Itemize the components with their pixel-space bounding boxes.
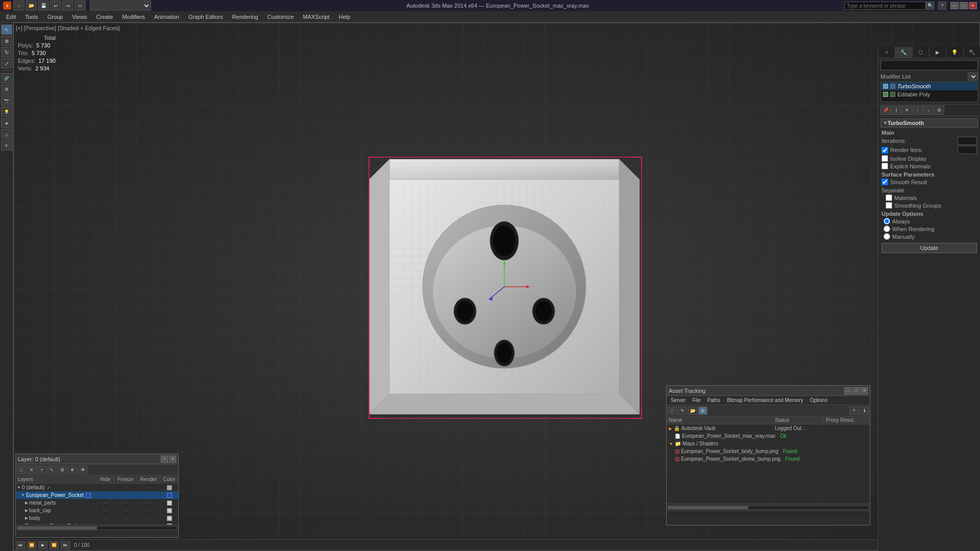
asset-title-bar[interactable]: Asset Tracking — □ ✕ [667, 386, 870, 396]
layer-settings-btn[interactable]: ⚙ [58, 466, 67, 474]
new-btn[interactable]: □ [13, 1, 24, 11]
light-tool[interactable]: 💡 [1, 107, 12, 117]
pin-stack-btn[interactable]: 📌 [880, 106, 891, 115]
manually-radio[interactable] [884, 233, 890, 240]
asset-row-maps[interactable]: ▼ 📁 Maps / Shaders [667, 440, 870, 447]
modifier-turbosmooth[interactable]: TurboSmooth [881, 82, 977, 90]
asset-menu-server[interactable]: Server [668, 396, 689, 404]
undo-btn[interactable]: ↩ [50, 1, 61, 11]
asset-menu-options[interactable]: Options [807, 396, 830, 404]
move-tool[interactable]: ⊕ [1, 36, 12, 46]
asset-tool-3[interactable]: 📂 [688, 407, 697, 415]
menu-rendering[interactable]: Rendering [228, 13, 262, 21]
time-controls[interactable]: ⏮ [16, 541, 25, 549]
new-layer-btn[interactable]: □ [17, 466, 26, 474]
asset-minimize-btn[interactable]: — [844, 387, 851, 394]
smooth-result-checkbox[interactable] [881, 179, 888, 185]
maximize-btn[interactable]: □ [960, 2, 968, 9]
help-icon[interactable]: ? [938, 2, 946, 10]
link-tool[interactable]: 🔗 [1, 73, 12, 83]
update-button[interactable]: Update [881, 243, 977, 253]
camera-tool[interactable]: 📷 [1, 95, 12, 106]
move-down-btn[interactable]: ↓ [923, 106, 934, 115]
render-iters-checkbox[interactable] [881, 147, 888, 154]
show-result-btn[interactable]: | [891, 106, 901, 115]
layers-help-btn[interactable]: ? [161, 456, 168, 463]
unlink-tool[interactable]: ⛓ [1, 84, 12, 94]
workspace-dropdown[interactable]: Workspace: Default [90, 1, 151, 11]
isoline-checkbox[interactable] [881, 155, 888, 162]
asset-row-maxfile[interactable]: 📄 European_Power_Socket_max_vray.max Ok [667, 432, 870, 440]
materials-checkbox[interactable] [886, 194, 892, 201]
hold-btn[interactable]: H [75, 1, 86, 11]
asset-row-body-bump[interactable]: 🖼 European_Power_Socket_body_bump.png Fo… [667, 447, 870, 455]
asset-tool-4[interactable]: ⊞ [698, 407, 707, 415]
freeze-all-btn[interactable]: ❄ [68, 466, 77, 474]
menu-graph-editors[interactable]: Graph Editors [184, 13, 227, 21]
open-btn[interactable]: 📂 [26, 1, 37, 11]
asset-menu-file[interactable]: File [689, 396, 703, 404]
delete-layer-btn[interactable]: ✕ [27, 466, 36, 474]
menu-edit[interactable]: Edit [2, 13, 20, 21]
minimize-btn[interactable]: — [950, 2, 959, 9]
layers-close-btn[interactable]: ✕ [169, 456, 176, 463]
move-up-btn[interactable]: ↑ [913, 106, 923, 115]
asset-info-btn[interactable]: ℹ [860, 407, 869, 415]
layer-row-eps[interactable]: ▼ European_Power_Socket — — — [16, 491, 178, 499]
menu-group[interactable]: Group [43, 13, 67, 21]
object-name-input[interactable]: body [880, 60, 978, 70]
modify-tab[interactable]: 🔧 [895, 47, 912, 58]
redo-btn[interactable]: ↪ [62, 1, 74, 11]
modifier-list-dropdown[interactable]: ▼ [968, 72, 978, 81]
end-frame[interactable]: ⏭ [61, 541, 70, 549]
save-btn[interactable]: 💾 [38, 1, 49, 11]
modifier-editable-poly[interactable]: Editable Poly [881, 90, 977, 98]
geometry-tool[interactable]: ◈ [1, 118, 12, 128]
layers-hscrollbar[interactable] [16, 524, 178, 531]
scale-tool[interactable]: ⤢ [1, 58, 12, 68]
create-tab[interactable]: + [878, 47, 895, 58]
asset-row-vault[interactable]: ▶ 🔒 Autodesk Vault Logged Out ... [667, 424, 870, 432]
remove-modifier-btn[interactable]: ✕ [902, 106, 912, 115]
layer-row-eps2[interactable]: ▶ European_Power_Socket — — — [16, 522, 178, 524]
menu-create[interactable]: Create [92, 13, 117, 21]
play-btn[interactable]: ▶ [38, 541, 47, 549]
asset-help-btn[interactable]: ? [849, 407, 859, 415]
menu-views[interactable]: Views [68, 13, 91, 21]
select-objects-btn[interactable]: ↖ [47, 466, 57, 474]
menu-animation[interactable]: Animation [150, 13, 183, 21]
hide-all-btn[interactable]: 👁 [78, 466, 87, 474]
utilities-tab[interactable]: 🔨 [964, 47, 980, 58]
menu-maxscript[interactable]: MAXScript [299, 13, 334, 21]
turbosmooth-header[interactable]: ▼ TurboSmooth [880, 118, 978, 128]
select-tool[interactable]: ↖ [1, 24, 12, 35]
helpers-tool[interactable]: ✛ [1, 140, 12, 151]
motion-tab[interactable]: ▶ [929, 47, 946, 58]
next-frame[interactable]: ⏩ [50, 541, 59, 549]
config-modifier-btn[interactable]: ⚙ [934, 106, 944, 115]
explicit-normals-checkbox[interactable] [881, 163, 888, 169]
layers-title-bar[interactable]: Layer: 0 (default) ? ✕ [16, 454, 178, 464]
display-tab[interactable]: 💡 [946, 47, 963, 58]
shapes-tool[interactable]: △ [1, 129, 12, 139]
menu-tools[interactable]: Tools [21, 13, 42, 21]
asset-tool-1[interactable]: □ [668, 407, 677, 415]
layer-row-default[interactable]: ▼ 0 (default) ✓ — — — [16, 484, 178, 491]
prev-frame[interactable]: ⏪ [27, 541, 36, 549]
layer-row-body[interactable]: ▶ body — — — [16, 514, 178, 522]
render-iters-input[interactable]: 4 [958, 146, 977, 154]
asset-menu-bitmap[interactable]: Bitmap Performance and Memory [724, 396, 806, 404]
smoothing-groups-checkbox[interactable] [886, 202, 892, 209]
rotate-tool[interactable]: ↻ [1, 47, 12, 57]
search-icon[interactable]: 🔍 [926, 2, 934, 10]
search-input[interactable] [844, 2, 926, 10]
when-rendering-radio[interactable] [884, 226, 890, 232]
asset-close-btn[interactable]: ✕ [861, 387, 868, 394]
hierarchy-tab[interactable]: ⬡ [913, 47, 929, 58]
iterations-input[interactable]: 0 [958, 137, 977, 145]
layer-row-metal[interactable]: ▶ metal_parts — — — [16, 499, 178, 507]
asset-tool-2[interactable]: ✎ [678, 407, 687, 415]
menu-help[interactable]: Help [335, 13, 355, 21]
add-selection-btn[interactable]: + [37, 466, 46, 474]
asset-menu-paths[interactable]: Paths [704, 396, 724, 404]
